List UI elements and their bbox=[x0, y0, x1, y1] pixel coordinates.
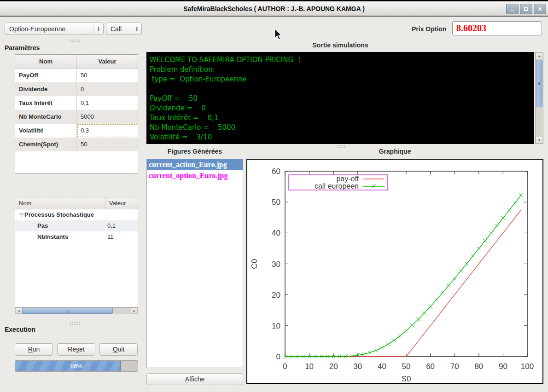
table-row: Dividende 0 bbox=[15, 82, 138, 96]
prix-option-label: Prix Option bbox=[412, 25, 446, 33]
param-name: Pas bbox=[15, 220, 105, 231]
pane-grip-handle[interactable] bbox=[70, 322, 80, 325]
scrollbar-thumb[interactable]: ≡ bbox=[536, 60, 542, 107]
parameters-table-header: Nom Valeur bbox=[15, 55, 138, 69]
svg-text:pay-off: pay-off bbox=[336, 175, 359, 183]
maximize-button[interactable] bbox=[520, 4, 532, 14]
svg-text:30: 30 bbox=[353, 362, 362, 371]
param-value-focused[interactable]: 0,3 bbox=[77, 124, 138, 138]
output-line: Taux Intérêt = 0,1 bbox=[150, 113, 534, 123]
sortie-simulations-title: Sortie simulations bbox=[146, 41, 534, 49]
prix-option-field[interactable]: 8.60203 bbox=[452, 21, 542, 35]
output-line: Nb MonteCarlo = 5000 bbox=[150, 123, 534, 133]
output-line: Problem definition: bbox=[150, 65, 534, 75]
scrollbar-track[interactable] bbox=[113, 308, 131, 314]
svg-text:60: 60 bbox=[272, 167, 280, 176]
column-header-nom[interactable]: Nom bbox=[15, 55, 77, 68]
simulation-output-area: WELCOME TO SAFEMIRA OPTION PRICING ! Pro… bbox=[146, 52, 534, 144]
figures-list: current_action_Euro.jpg current_option_E… bbox=[146, 159, 243, 368]
option-kind-select[interactable]: Call ▴ ▾ bbox=[106, 23, 142, 35]
chart-panel: 01020304050607080901000102030405060S0C0p… bbox=[246, 159, 543, 384]
scroll-right-icon[interactable]: ▸ bbox=[131, 308, 138, 314]
close-button[interactable]: ✕ bbox=[534, 4, 546, 14]
output-line: Volatilité = 3/10 bbox=[150, 133, 534, 142]
expander-icon[interactable]: ▽ bbox=[15, 209, 23, 220]
table-row: Volatilité 0,3 bbox=[15, 124, 138, 138]
svg-text:80: 80 bbox=[474, 362, 483, 371]
svg-text:40: 40 bbox=[378, 362, 386, 371]
list-item-figure[interactable]: current_action_Euro.jpg bbox=[147, 159, 243, 170]
graphique-title: Graphique bbox=[246, 148, 543, 155]
parameters-table: Nom Valeur PayOff 50 Dividende 0 Taux In… bbox=[15, 54, 138, 174]
table-row: Taux Intérêt 0,1 bbox=[15, 96, 138, 110]
progress-label: 86% bbox=[15, 361, 138, 371]
svg-text:40: 40 bbox=[272, 229, 280, 237]
svg-text:0: 0 bbox=[276, 352, 280, 361]
output-line: Dividende = 0 bbox=[150, 104, 534, 113]
titlebar: SafeMiraBlackScholes ( AUTHOR : J.-B. AP… bbox=[0, 0, 548, 17]
progress-bar: 86% bbox=[15, 360, 138, 372]
scrollbar-thumb[interactable]: ||| bbox=[22, 308, 113, 314]
svg-text:90: 90 bbox=[499, 362, 507, 371]
param-name: PayOff bbox=[15, 69, 77, 82]
output-line: WELCOME TO SAFEMIRA OPTION PRICING ! bbox=[150, 55, 534, 65]
thumb-grip-icon: ≡ bbox=[538, 81, 541, 86]
option-price-chart: 01020304050607080901000102030405060S0C0p… bbox=[247, 160, 542, 383]
param-name: Dividende bbox=[15, 82, 77, 96]
affiche-button[interactable]: Affiche bbox=[146, 373, 243, 385]
process-table: Nom Valeur ▽ Processus Stochastique Pas … bbox=[15, 197, 138, 307]
param-value[interactable]: 0 bbox=[77, 82, 138, 96]
reset-button[interactable]: Reset bbox=[57, 343, 95, 356]
chevron-down-icon: ▾ bbox=[136, 29, 138, 32]
table-row: Nb MonteCarlo 5000 bbox=[15, 110, 138, 124]
run-button[interactable]: Run bbox=[15, 343, 53, 356]
window-controls: – ✕ bbox=[506, 4, 546, 14]
param-value[interactable]: 5000 bbox=[77, 110, 138, 124]
output-line: PayOff = 50 bbox=[150, 94, 534, 104]
process-table-header: Nom Valeur bbox=[15, 197, 138, 209]
param-name: NbInstants bbox=[15, 231, 105, 242]
parametres-section-label: Paramètres bbox=[5, 44, 40, 52]
close-icon: ✕ bbox=[537, 6, 542, 12]
quit-button[interactable]: Quit bbox=[99, 343, 138, 356]
svg-text:50: 50 bbox=[272, 198, 280, 207]
param-value[interactable]: 11 bbox=[105, 231, 138, 242]
chevron-down-icon: ▾ bbox=[98, 29, 99, 32]
param-name: Taux Intérêt bbox=[15, 96, 77, 110]
svg-text:10: 10 bbox=[305, 362, 314, 371]
tree-group-row: ▽ Processus Stochastique bbox=[15, 209, 138, 220]
param-name: Chemin(Spot) bbox=[15, 138, 77, 151]
table-row: NbInstants 11 bbox=[15, 231, 138, 242]
param-value[interactable]: 50 bbox=[77, 138, 138, 151]
column-header-valeur[interactable]: Valeur bbox=[105, 197, 138, 209]
vertical-scrollbar[interactable]: ▴ ≡ ▾ bbox=[535, 52, 543, 144]
column-header-nom[interactable]: Nom bbox=[15, 197, 105, 209]
horizontal-scrollbar[interactable]: ◂ ||| ▸ bbox=[15, 307, 138, 314]
option-type-select[interactable]: Option-Europeenne ▴ ▾ bbox=[5, 23, 104, 35]
pane-grip-handle[interactable] bbox=[70, 39, 80, 42]
param-value[interactable]: 50 bbox=[77, 69, 138, 82]
thumb-grip-icon: ||| bbox=[65, 309, 69, 312]
maximize-icon bbox=[524, 7, 528, 11]
scroll-left-icon[interactable]: ◂ bbox=[15, 308, 22, 314]
param-value[interactable]: 0,1 bbox=[105, 220, 138, 231]
figures-generees-title: Figures Générées bbox=[146, 148, 243, 155]
svg-text:100: 100 bbox=[521, 362, 534, 371]
list-item-figure[interactable]: current_option_Euro.jpg bbox=[147, 170, 243, 181]
column-header-valeur[interactable]: Valeur bbox=[77, 55, 138, 68]
param-name: Nb MonteCarlo bbox=[15, 110, 77, 124]
param-name: Volatilité bbox=[15, 124, 77, 138]
svg-text:30: 30 bbox=[272, 260, 280, 269]
output-line: type = Option-Europeenne bbox=[150, 75, 534, 84]
mouse-cursor bbox=[274, 28, 282, 40]
output-line bbox=[150, 84, 534, 94]
param-value[interactable]: 0,1 bbox=[77, 96, 138, 110]
table-row: PayOff 50 bbox=[15, 69, 138, 82]
svg-text:20: 20 bbox=[329, 362, 338, 371]
scroll-down-icon[interactable]: ▾ bbox=[536, 137, 543, 144]
tree-group-label[interactable]: Processus Stochastique bbox=[23, 209, 94, 220]
scroll-up-icon[interactable]: ▴ bbox=[536, 52, 543, 59]
option-type-value: Option-Europeenne bbox=[5, 25, 93, 33]
minimize-button[interactable]: – bbox=[506, 4, 519, 14]
table-row: Pas 0,1 bbox=[15, 220, 138, 231]
